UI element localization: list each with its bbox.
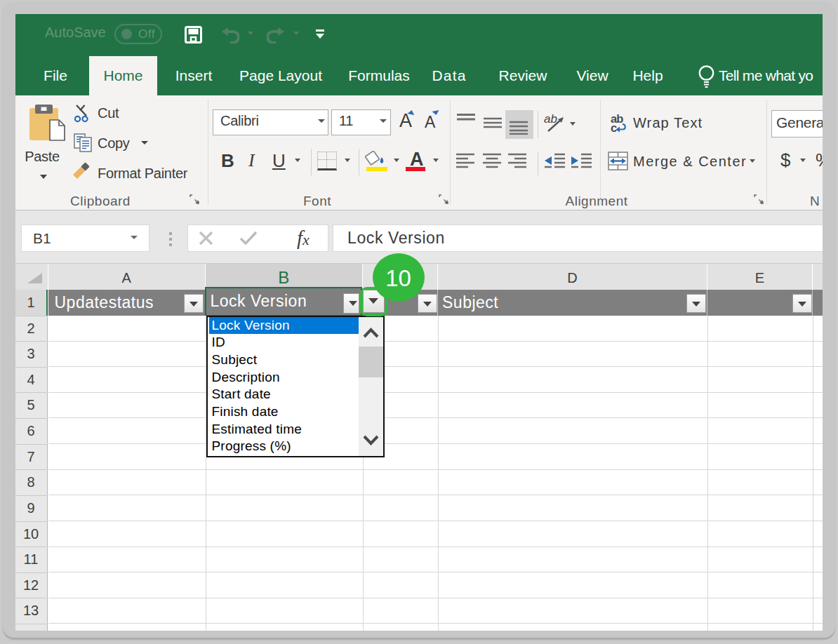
svg-text:c: c — [611, 121, 617, 133]
svg-text:ab: ab — [544, 112, 557, 126]
